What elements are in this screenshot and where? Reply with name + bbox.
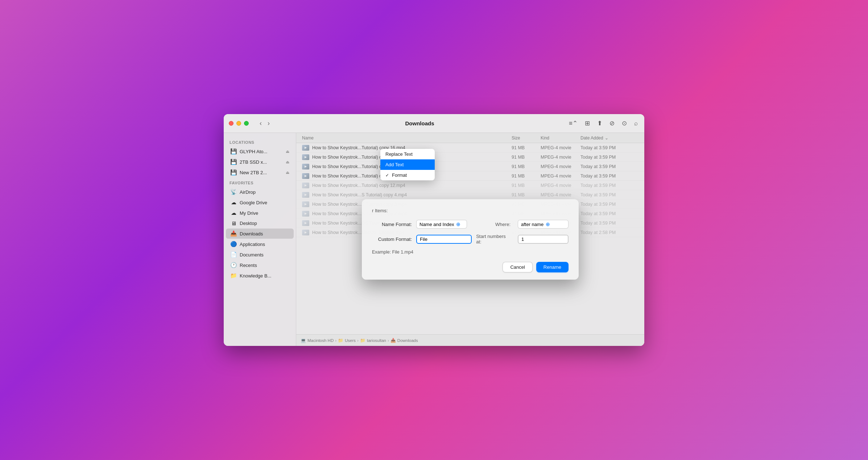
- sidebar-item-desktop-label: Desktop: [240, 221, 257, 226]
- dropdown-item-replace-text[interactable]: Replace Text: [380, 149, 435, 159]
- sidebar-item-new2tb-label: New 2TB 2...: [240, 170, 267, 175]
- name-format-select[interactable]: Name and Index ⊕: [416, 220, 467, 229]
- name-format-arrow-icon: ⊕: [456, 221, 460, 227]
- recents-icon: 🕐: [230, 262, 237, 268]
- custom-format-input[interactable]: [416, 235, 472, 244]
- search-icon[interactable]: ⌕: [633, 118, 639, 129]
- minimize-button[interactable]: [236, 121, 241, 126]
- sidebar-item-downloads[interactable]: 📥 Downloads: [226, 229, 294, 239]
- dropdown-item-add-text[interactable]: Add Text: [380, 159, 435, 170]
- nav-buttons: ‹ ›: [257, 119, 272, 128]
- sidebar-item-applications-label: Applications: [240, 242, 265, 247]
- where-select[interactable]: after name ⊕: [518, 220, 569, 229]
- drive-icon: 💾: [230, 148, 237, 155]
- close-button[interactable]: [229, 121, 233, 126]
- sidebar-item-new2tb[interactable]: 💾 New 2TB 2... ⏏: [226, 167, 294, 177]
- where-label: Where:: [495, 222, 511, 227]
- finder-window: ‹ › Downloads ≡⌃ ⊞ ⬆ ⊘ ⊙ ⌕ Locations 💾 G…: [224, 114, 644, 346]
- sidebar-section-favorites: Favorites: [224, 178, 296, 187]
- content-area: Locations 💾 GLYPH Ato... ⏏ 💾 2TB SSD x..…: [224, 133, 644, 346]
- my-drive-icon: ☁: [230, 210, 237, 216]
- sidebar-item-desktop[interactable]: 🖥 Desktop: [226, 218, 294, 228]
- eject-icon-new2tb[interactable]: ⏏: [286, 170, 289, 175]
- forward-button[interactable]: ›: [265, 119, 272, 128]
- share-icon[interactable]: ⬆: [596, 118, 604, 129]
- start-numbers-label: Start numbers at:: [476, 234, 511, 244]
- maximize-button[interactable]: [244, 121, 249, 126]
- sidebar-item-google-drive[interactable]: ☁ Google Drive: [226, 197, 294, 208]
- back-button[interactable]: ‹: [257, 119, 264, 128]
- sidebar-item-2tb-label: 2TB SSD x...: [240, 159, 267, 165]
- name-format-label: Name Format:: [372, 222, 412, 227]
- downloads-icon: 📥: [230, 230, 237, 237]
- action-icon[interactable]: ⊙: [620, 118, 628, 129]
- name-format-row: Name Format: Name and Index ⊕ Where: aft…: [372, 220, 569, 229]
- sidebar-section-locations: Locations: [224, 137, 296, 146]
- sidebar-item-knowledge-b[interactable]: 📁 Knowledge B...: [226, 271, 294, 281]
- dropdown-popup: Replace Text Add Text Format: [380, 149, 435, 180]
- dialog-buttons: Cancel Rename: [372, 262, 569, 272]
- eject-icon-glyph[interactable]: ⏏: [286, 149, 289, 154]
- file-list-area: Name Size Kind Date Added ⌄ ▶ How to Sho…: [296, 133, 644, 346]
- grid-view-icon[interactable]: ⊞: [583, 118, 591, 129]
- start-numbers-input[interactable]: [518, 235, 569, 244]
- rename-button[interactable]: Rename: [536, 262, 569, 272]
- sidebar-item-documents-label: Documents: [240, 252, 264, 258]
- sidebar-item-documents[interactable]: 📄 Documents: [226, 250, 294, 260]
- dropdown-item-format[interactable]: Format: [380, 170, 435, 180]
- replace-text-label: Replace Text: [385, 151, 413, 157]
- rename-dialog: r Items: Name Format: Name and Index ⊕ W…: [362, 199, 579, 280]
- sidebar-item-my-drive[interactable]: ☁ My Drive: [226, 208, 294, 218]
- sidebar-item-airdrop-label: AirDrop: [240, 189, 256, 195]
- dialog-title: r Items:: [372, 208, 569, 213]
- desktop-icon: 🖥: [230, 220, 237, 226]
- sidebar-item-2tb[interactable]: 💾 2TB SSD x... ⏏: [226, 157, 294, 167]
- toolbar-right: ≡⌃ ⊞ ⬆ ⊘ ⊙ ⌕: [567, 118, 639, 129]
- airdrop-icon: 📡: [230, 189, 237, 195]
- where-arrow-icon: ⊕: [546, 221, 550, 227]
- sidebar-item-downloads-label: Downloads: [240, 231, 263, 237]
- sidebar-item-glyph[interactable]: 💾 GLYPH Ato... ⏏: [226, 146, 294, 156]
- tag-icon[interactable]: ⊘: [608, 118, 616, 129]
- traffic-lights: [229, 121, 249, 126]
- name-format-value: Name and Index: [419, 222, 454, 227]
- sidebar-item-recents-label: Recents: [240, 263, 257, 268]
- cancel-button[interactable]: Cancel: [503, 262, 532, 272]
- documents-icon: 📄: [230, 251, 237, 258]
- sidebar: Locations 💾 GLYPH Ato... ⏏ 💾 2TB SSD x..…: [224, 133, 296, 346]
- list-view-icon[interactable]: ≡⌃: [567, 118, 579, 129]
- google-drive-icon: ☁: [230, 199, 237, 206]
- sidebar-item-google-drive-label: Google Drive: [240, 200, 267, 205]
- sidebar-item-airdrop[interactable]: 📡 AirDrop: [226, 187, 294, 197]
- custom-format-row: Custom Format: Start numbers at:: [372, 234, 569, 244]
- custom-format-label: Custom Format:: [372, 237, 412, 242]
- sidebar-item-knowledge-b-label: Knowledge B...: [240, 273, 271, 279]
- knowledge-icon: 📁: [230, 272, 237, 279]
- sidebar-item-glyph-label: GLYPH Ato...: [240, 149, 267, 154]
- dialog-example: Example: File 1.mp4: [372, 250, 569, 255]
- where-value: after name: [521, 222, 543, 227]
- drive-icon-2: 💾: [230, 159, 237, 165]
- titlebar: ‹ › Downloads ≡⌃ ⊞ ⬆ ⊘ ⊙ ⌕: [224, 114, 644, 133]
- window-title: Downloads: [276, 120, 563, 126]
- sidebar-item-recents[interactable]: 🕐 Recents: [226, 260, 294, 270]
- add-text-label: Add Text: [385, 162, 404, 167]
- format-label: Format: [392, 172, 407, 178]
- applications-icon: 🔵: [230, 241, 237, 247]
- sidebar-item-my-drive-label: My Drive: [240, 210, 258, 216]
- eject-icon-2tb[interactable]: ⏏: [286, 160, 289, 164]
- dialog-overlay: Replace Text Add Text Format r Items: Na…: [296, 133, 644, 346]
- sidebar-item-applications[interactable]: 🔵 Applications: [226, 239, 294, 249]
- drive-icon-3: 💾: [230, 169, 237, 176]
